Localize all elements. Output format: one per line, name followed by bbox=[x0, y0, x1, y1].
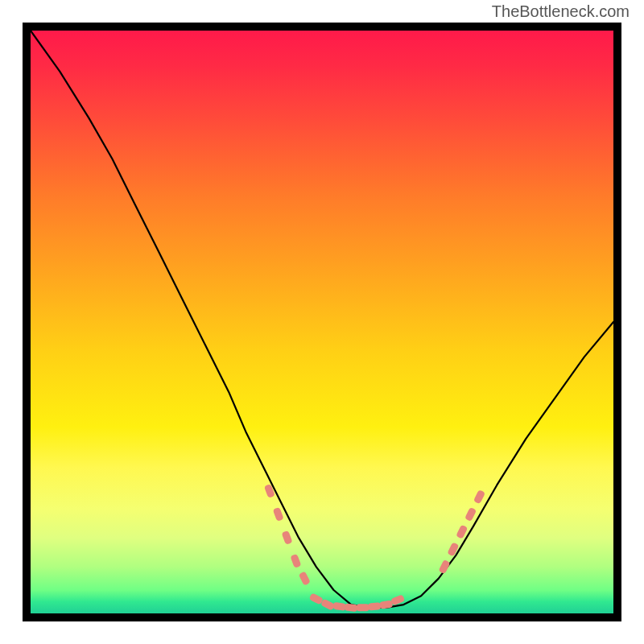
curve-line bbox=[31, 31, 613, 608]
scatter-mark bbox=[320, 599, 335, 611]
scatter-mark bbox=[299, 571, 311, 585]
scatter-mark bbox=[473, 489, 485, 504]
scatter-mark bbox=[464, 507, 477, 522]
scatter-mark bbox=[357, 604, 369, 611]
watermark-text: TheBottleneck.com bbox=[492, 2, 630, 21]
scatter-mark bbox=[273, 507, 284, 522]
plot-area bbox=[31, 31, 613, 613]
scatter-mark bbox=[332, 602, 346, 611]
scatter-mark bbox=[438, 559, 450, 574]
scatter-mark bbox=[282, 530, 293, 545]
plot-frame bbox=[23, 23, 621, 621]
scatter-mark bbox=[290, 554, 301, 568]
scatter-mark bbox=[368, 602, 382, 611]
scatter-mark bbox=[309, 592, 324, 605]
scatter-mark bbox=[379, 601, 393, 609]
chart-container: TheBottleneck.com bbox=[0, 0, 644, 644]
curve-layer bbox=[31, 31, 613, 613]
